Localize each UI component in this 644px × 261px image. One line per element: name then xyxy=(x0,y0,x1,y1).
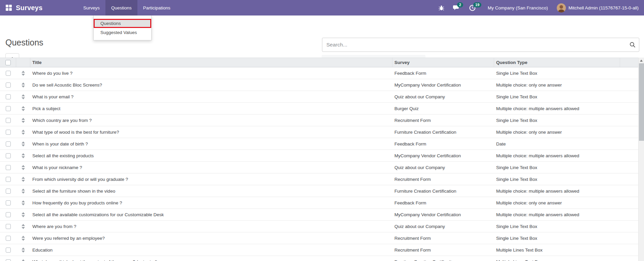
table-row[interactable]: What is your nickname ?Quiz about our Co… xyxy=(0,162,638,173)
row-checkbox[interactable] xyxy=(6,224,11,229)
cell-spacer xyxy=(620,232,638,244)
row-drag-cell xyxy=(16,232,30,244)
column-header-survey[interactable]: Survey xyxy=(392,58,494,67)
row-drag-cell xyxy=(16,256,30,261)
drag-handle-icon[interactable] xyxy=(22,165,25,170)
vertical-scrollbar[interactable] xyxy=(638,58,644,261)
drag-handle-icon[interactable] xyxy=(22,189,25,194)
row-checkbox[interactable] xyxy=(6,189,11,194)
cell-survey: Feedback Form xyxy=(392,197,494,208)
table-row[interactable]: Were you referred by an employee?Recruit… xyxy=(0,232,638,244)
row-drag-cell xyxy=(16,244,30,256)
search-icon[interactable] xyxy=(630,42,636,49)
table-row[interactable]: Pick a subjectBurger QuizMultiple choice… xyxy=(0,103,638,115)
debug-bug-icon[interactable] xyxy=(439,5,444,11)
scrollbar-thumb[interactable] xyxy=(639,63,644,141)
row-drag-cell xyxy=(16,150,30,161)
nav-menu: SurveysQuestionsParticipations xyxy=(77,0,176,15)
cell-survey: Recruitment Form xyxy=(392,232,494,244)
row-checkbox[interactable] xyxy=(6,200,11,205)
questions-list: Title Survey Question Type Where do you … xyxy=(0,58,638,261)
drag-handle-icon[interactable] xyxy=(22,212,25,217)
row-checkbox[interactable] xyxy=(6,83,11,88)
cell-survey: Furniture Creation Certification xyxy=(392,126,494,138)
cell-survey: Recruitment Form xyxy=(392,173,494,185)
drag-handle-icon[interactable] xyxy=(22,106,25,111)
row-checkbox-cell xyxy=(0,209,16,220)
drag-handle-icon[interactable] xyxy=(22,236,25,241)
drag-handle-icon[interactable] xyxy=(22,71,25,76)
drag-handle-icon[interactable] xyxy=(22,94,25,99)
nav-item-questions[interactable]: Questions xyxy=(105,0,137,15)
search-box xyxy=(322,38,639,52)
row-checkbox-cell xyxy=(0,185,16,197)
cell-survey: Quiz about our Company xyxy=(392,91,494,102)
cell-title: Select all the existing products xyxy=(30,150,392,161)
activities-clock-icon[interactable]: 19 xyxy=(469,5,476,11)
row-drag-cell xyxy=(16,162,30,173)
row-checkbox-cell xyxy=(0,103,16,114)
table-row[interactable]: EducationRecruitment FormMultiple Lines … xyxy=(0,244,638,256)
row-checkbox[interactable] xyxy=(6,141,11,146)
dropdown-item-questions[interactable]: Questions xyxy=(94,19,151,28)
row-checkbox[interactable] xyxy=(6,177,11,182)
table-row[interactable]: Select all the existing productsMyCompan… xyxy=(0,150,638,162)
drag-handle-icon[interactable] xyxy=(22,259,25,261)
drag-handle-icon[interactable] xyxy=(22,200,25,205)
user-menu[interactable]: Mitchell Admin (11576767-15-0-all) xyxy=(557,3,639,12)
table-row[interactable]: When is your date of birth ?Feedback For… xyxy=(0,138,638,150)
table-row[interactable]: What do you think about the content of t… xyxy=(0,256,638,261)
row-checkbox[interactable] xyxy=(6,118,11,123)
scrollbar-up-arrow[interactable] xyxy=(640,60,643,62)
table-row[interactable]: Do we sell Acoustic Bloc Screens?MyCompa… xyxy=(0,79,638,91)
row-checkbox-cell xyxy=(0,244,16,256)
drag-handle-icon[interactable] xyxy=(22,177,25,182)
table-row[interactable]: From which university did or will you gr… xyxy=(0,173,638,185)
table-row[interactable]: Select all the furniture shown in the vi… xyxy=(0,185,638,197)
nav-item-participations[interactable]: Participations xyxy=(137,0,176,15)
table-row[interactable]: What is your email ?Quiz about our Compa… xyxy=(0,91,638,103)
messages-badge: 2 xyxy=(457,2,463,7)
questions-dropdown-menu: QuestionsSuggested Values xyxy=(93,15,152,40)
column-header-title[interactable]: Title xyxy=(30,58,392,67)
row-checkbox[interactable] xyxy=(6,212,11,217)
row-checkbox-cell xyxy=(0,197,16,208)
row-checkbox[interactable] xyxy=(6,94,11,99)
row-checkbox[interactable] xyxy=(6,130,11,135)
cell-title: Pick a subject xyxy=(30,103,392,114)
drag-handle-icon[interactable] xyxy=(22,141,25,146)
row-checkbox[interactable] xyxy=(6,248,11,253)
table-row[interactable]: What type of wood is the best for furnit… xyxy=(0,126,638,138)
column-header-question-type[interactable]: Question Type xyxy=(494,58,620,67)
drag-handle-icon[interactable] xyxy=(22,248,25,253)
nav-item-surveys[interactable]: Surveys xyxy=(77,0,105,15)
row-checkbox[interactable] xyxy=(6,165,11,170)
search-input[interactable] xyxy=(322,38,639,52)
cell-survey: Burger Quiz xyxy=(392,103,494,114)
cell-survey: Furniture Creation Certification xyxy=(392,185,494,197)
messages-icon[interactable]: 2 xyxy=(453,5,460,11)
dropdown-item-suggested-values[interactable]: Suggested Values xyxy=(94,28,151,37)
drag-handle-icon[interactable] xyxy=(22,224,25,229)
table-row[interactable]: Which country are you from ?Recruitment … xyxy=(0,115,638,126)
drag-handle-icon[interactable] xyxy=(22,153,25,158)
row-checkbox[interactable] xyxy=(6,259,11,261)
row-checkbox-cell xyxy=(0,138,16,150)
row-checkbox[interactable] xyxy=(6,71,11,76)
cell-survey: Recruitment Form xyxy=(392,244,494,256)
select-all-checkbox[interactable] xyxy=(5,60,11,65)
company-switcher[interactable]: My Company (San Francisco) xyxy=(488,5,548,10)
table-row[interactable]: Where do you live ?Feedback FormSingle L… xyxy=(0,67,638,79)
table-row[interactable]: How frequently do you buy products onlin… xyxy=(0,197,638,209)
cell-spacer xyxy=(620,197,638,208)
apps-menu-icon[interactable] xyxy=(6,5,12,11)
drag-handle-icon[interactable] xyxy=(22,83,25,88)
row-checkbox[interactable] xyxy=(6,236,11,241)
drag-handle-icon[interactable] xyxy=(22,130,25,135)
table-row[interactable]: Where are you from ?Quiz about our Compa… xyxy=(0,221,638,232)
row-checkbox[interactable] xyxy=(6,106,11,111)
app-brand[interactable]: Surveys xyxy=(16,4,42,12)
row-checkbox[interactable] xyxy=(6,153,11,158)
drag-handle-icon[interactable] xyxy=(22,118,25,123)
table-row[interactable]: Select all the available customizations … xyxy=(0,209,638,221)
